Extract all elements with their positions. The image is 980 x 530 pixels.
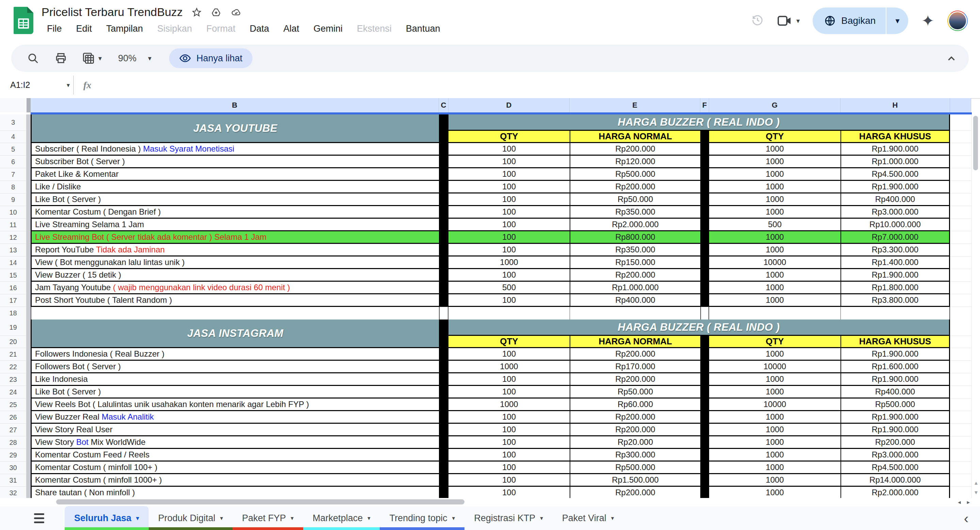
select-all-corner[interactable] xyxy=(0,98,27,112)
price-cell[interactable]: Rp200.000 xyxy=(570,181,700,193)
empty-cell[interactable] xyxy=(570,307,700,319)
service-name-cell[interactable]: Share tautan ( Non minfoll ) xyxy=(30,487,439,498)
column-header-H[interactable]: H xyxy=(840,98,950,112)
row-header-26[interactable]: 26 xyxy=(0,411,27,424)
menu-bantuan[interactable]: Bantuan xyxy=(401,22,446,35)
service-name-cell[interactable]: Like Bot ( Server ) xyxy=(30,386,439,399)
price-cell[interactable]: Rp4.500.000 xyxy=(840,168,950,181)
band-title-cell[interactable]: HARGA BUZZER ( REAL INDO ) xyxy=(449,115,950,131)
gemini-sparkle-icon[interactable]: ✦ xyxy=(921,11,934,30)
cell-I[interactable] xyxy=(950,461,971,474)
price-cell[interactable]: 1000 xyxy=(709,411,840,424)
price-cell[interactable]: Rp800.000 xyxy=(570,231,700,244)
all-sheets-menu-icon[interactable] xyxy=(34,513,44,523)
price-cell[interactable]: 100 xyxy=(449,373,570,386)
cell-I[interactable] xyxy=(950,244,971,257)
row-header-8[interactable]: 8 xyxy=(0,181,27,193)
row-header-21[interactable]: 21 xyxy=(0,348,27,361)
share-button[interactable]: Bagikan ▾ xyxy=(813,8,908,34)
service-name-cell[interactable]: View ( Bot menggunakan lalu lintas unik … xyxy=(30,257,439,269)
service-name-cell[interactable]: Komentar Costum ( Dengan Brief ) xyxy=(30,206,439,219)
row-header-24[interactable]: 24 xyxy=(0,386,27,399)
cell-I[interactable] xyxy=(950,115,971,131)
price-cell[interactable]: Rp200.000 xyxy=(570,411,700,424)
cell-I[interactable] xyxy=(950,386,971,399)
service-name-cell[interactable]: Subscriber ( Real Indonesia ) Masuk Syar… xyxy=(30,143,439,156)
add-shortcut-to-drive-icon[interactable] xyxy=(211,7,221,18)
price-cell[interactable]: Rp200.000 xyxy=(570,348,700,361)
price-cell[interactable]: 1000 xyxy=(709,193,840,206)
cell-I[interactable] xyxy=(950,282,971,294)
collapse-toolbar-icon[interactable] xyxy=(946,53,957,66)
price-cell[interactable]: 1000 xyxy=(449,257,570,269)
price-cell[interactable]: Rp1.800.000 xyxy=(840,282,950,294)
tab-produk-digital[interactable]: Produk Digital▾ xyxy=(149,506,233,530)
cell-I[interactable] xyxy=(950,294,971,307)
price-cell[interactable]: Rp1.900.000 xyxy=(840,411,950,424)
service-name-cell[interactable]: Followers Indonesia ( Real Buzzer ) xyxy=(30,348,439,361)
service-name-cell[interactable]: View Reels Bot ( Lalulintas unik usahaka… xyxy=(30,399,439,411)
price-cell[interactable]: 1000 xyxy=(709,181,840,193)
cell-I[interactable] xyxy=(950,373,971,386)
price-cell[interactable]: Rp50.000 xyxy=(570,193,700,206)
service-name-cell[interactable]: Followers Bot ( Server ) xyxy=(30,361,439,373)
price-cell[interactable]: Rp300.000 xyxy=(570,449,700,461)
price-cell[interactable]: Rp1.500.000 xyxy=(570,474,700,487)
price-cell[interactable]: 1000 xyxy=(709,294,840,307)
cell-I[interactable] xyxy=(950,181,971,193)
row-header-11[interactable]: 11 xyxy=(0,219,27,231)
price-cell[interactable]: 1000 xyxy=(709,156,840,168)
price-column-header[interactable]: HARGA NORMAL xyxy=(570,336,700,348)
cell-link[interactable]: Bot xyxy=(76,437,89,447)
vertical-scrollbar-thumb[interactable] xyxy=(973,116,978,170)
cell-I[interactable] xyxy=(950,156,971,168)
cell-I[interactable] xyxy=(950,307,971,319)
price-cell[interactable]: Rp400.000 xyxy=(840,386,950,399)
price-cell[interactable]: Rp350.000 xyxy=(570,244,700,257)
print-icon[interactable] xyxy=(55,52,67,64)
price-column-header[interactable]: QTY xyxy=(449,131,570,143)
account-avatar[interactable] xyxy=(947,11,968,31)
price-cell[interactable]: Rp350.000 xyxy=(570,206,700,219)
price-cell[interactable]: 100 xyxy=(449,461,570,474)
row-header-5[interactable]: 5 xyxy=(0,143,27,156)
price-cell[interactable]: Rp60.000 xyxy=(570,399,700,411)
cell-I[interactable] xyxy=(950,411,971,424)
service-name-cell[interactable]: Live Streaming Selama 1 Jam xyxy=(30,219,439,231)
row-header-30[interactable]: 30 xyxy=(0,461,27,474)
service-name-cell[interactable]: Paket Like & Komentar xyxy=(30,168,439,181)
price-cell[interactable]: Rp14.000.000 xyxy=(840,474,950,487)
sheets-logo-icon[interactable] xyxy=(14,7,33,34)
price-cell[interactable]: 100 xyxy=(449,181,570,193)
service-name-cell[interactable]: Post Short Youtube ( Talent Random ) xyxy=(30,294,439,307)
price-cell[interactable]: 1000 xyxy=(709,244,840,257)
service-name-cell[interactable]: Like Indonesia xyxy=(30,373,439,386)
price-cell[interactable]: Rp400.000 xyxy=(570,294,700,307)
horizontal-scrollbar-thumb[interactable] xyxy=(56,499,465,504)
price-cell[interactable]: 100 xyxy=(449,474,570,487)
row-header-17[interactable]: 17 xyxy=(0,294,27,307)
price-cell[interactable]: Rp3.300.000 xyxy=(840,244,950,257)
star-icon[interactable] xyxy=(192,7,202,18)
column-header-I[interactable] xyxy=(950,98,971,112)
service-name-cell[interactable]: Komentar Costum ( minfoll 100+ ) xyxy=(30,461,439,474)
service-name-cell[interactable]: Like Bot ( Server ) xyxy=(30,193,439,206)
cell-I[interactable] xyxy=(950,361,971,373)
scroll-left-icon[interactable]: ◂ xyxy=(958,499,961,506)
cell-I[interactable] xyxy=(950,348,971,361)
cell-link[interactable]: Masuk Analitik xyxy=(102,412,154,422)
row-header-22[interactable]: 22 xyxy=(0,361,27,373)
price-cell[interactable]: 1000 xyxy=(709,461,840,474)
row-header-27[interactable]: 27 xyxy=(0,424,27,436)
row-header-16[interactable]: 16 xyxy=(0,282,27,294)
service-name-cell[interactable]: Like / Dislike xyxy=(30,181,439,193)
price-cell[interactable]: 1000 xyxy=(709,269,840,282)
price-cell[interactable]: 100 xyxy=(449,156,570,168)
tab-trending-topic[interactable]: Trending topic▾ xyxy=(380,506,465,530)
row-header-3[interactable]: 3 xyxy=(0,115,27,131)
menu-edit[interactable]: Edit xyxy=(71,22,98,35)
menu-ekstensi[interactable]: Ekstensi xyxy=(352,22,397,35)
price-cell[interactable]: Rp200.000 xyxy=(570,269,700,282)
price-cell[interactable]: 1000 xyxy=(709,424,840,436)
column-header-D[interactable]: D xyxy=(449,98,570,112)
